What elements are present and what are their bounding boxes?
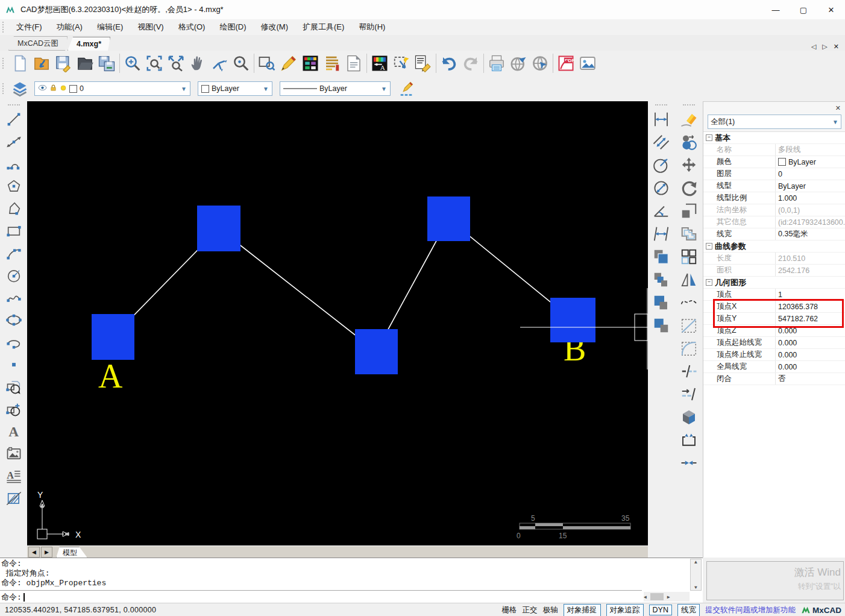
line-icon[interactable] xyxy=(4,110,24,129)
hatch-icon[interactable] xyxy=(4,489,24,508)
blue-square-2[interactable] xyxy=(197,206,240,251)
property-row-线型[interactable]: 线型ByLayer xyxy=(703,180,845,192)
property-row-顶点起始线宽[interactable]: 顶点起始线宽0.000 xyxy=(703,337,845,349)
property-section-1[interactable]: −曲线参数 xyxy=(703,240,845,253)
rectangle-icon[interactable] xyxy=(4,221,24,240)
property-row-线宽[interactable]: 线宽0.35毫米 xyxy=(703,228,845,240)
move-icon[interactable] xyxy=(679,156,699,175)
chamfer-icon[interactable] xyxy=(679,339,699,358)
property-row-顶点X[interactable]: 顶点X120365.378 xyxy=(703,301,845,313)
dim-diameter-icon[interactable] xyxy=(652,178,671,198)
property-value[interactable]: 210.510 xyxy=(776,253,845,264)
zoom-previous-icon[interactable] xyxy=(209,52,230,74)
property-value[interactable]: 否 xyxy=(776,373,845,385)
property-value[interactable]: 2542.176 xyxy=(776,265,845,276)
blue-square-3[interactable] xyxy=(355,329,398,374)
open-folder-icon[interactable] xyxy=(74,52,96,74)
menu-6[interactable]: 修改(M) xyxy=(253,20,295,34)
mirror-icon[interactable] xyxy=(679,270,699,289)
web-open-icon[interactable] xyxy=(529,52,551,74)
undo-icon[interactable] xyxy=(438,52,460,74)
property-value[interactable]: 0.35毫米 xyxy=(776,228,845,240)
property-row-颜色[interactable]: 颜色ByLayer xyxy=(703,156,845,168)
command-history[interactable]: 命令: 指定对角点:命令: objpMx_Properties xyxy=(1,559,690,589)
close-button[interactable]: ✕ xyxy=(817,1,845,19)
polygon-icon[interactable] xyxy=(4,177,24,196)
canvas-label-A[interactable]: A xyxy=(98,357,123,395)
toggle-对象捕捉[interactable]: 对象捕捉 xyxy=(564,604,601,616)
prev-layout-button[interactable]: ◀ xyxy=(28,547,40,558)
construction-line-icon[interactable] xyxy=(4,132,24,151)
property-value[interactable]: (0,0,1) xyxy=(776,204,845,216)
layer-select[interactable]: 0 ▼ xyxy=(34,81,190,96)
blue-square-1[interactable] xyxy=(92,314,134,360)
command-vscrollbar[interactable]: ▲ ▼ xyxy=(690,559,702,591)
text-style-icon[interactable] xyxy=(321,52,343,74)
toggle-栅格[interactable]: 栅格 xyxy=(502,605,517,615)
linetype-select[interactable]: ByLayer ▼ xyxy=(280,81,391,96)
raster-image-icon[interactable] xyxy=(4,444,24,464)
polyline-segment[interactable] xyxy=(219,228,376,351)
zoom-dynamic-icon[interactable] xyxy=(122,52,143,74)
explode-icon[interactable] xyxy=(679,407,699,427)
paste-block-icon[interactable] xyxy=(652,316,671,335)
arc-icon[interactable] xyxy=(4,244,24,263)
scroll-up-icon[interactable]: ▲ xyxy=(694,559,697,565)
fillet-icon[interactable] xyxy=(679,316,699,335)
create-block-icon[interactable] xyxy=(4,400,24,419)
dim-distance-icon[interactable] xyxy=(652,224,671,244)
draw-settings-button[interactable] xyxy=(395,78,417,99)
collapse-icon[interactable]: − xyxy=(706,134,712,141)
drawing-canvas[interactable]: ABYX535015 xyxy=(27,101,648,545)
dim-aligned-icon[interactable] xyxy=(652,133,671,152)
property-section-2[interactable]: −几何图形 xyxy=(703,277,845,289)
draw-order-icon[interactable] xyxy=(679,133,699,152)
close-icon[interactable]: ✕ xyxy=(835,104,841,112)
property-value[interactable]: 0 xyxy=(776,168,845,180)
copy-base-icon[interactable] xyxy=(652,270,671,289)
dim-radius-icon[interactable] xyxy=(652,156,671,175)
next-layout-button[interactable]: ▶ xyxy=(41,547,52,558)
edit-spline-icon[interactable] xyxy=(679,293,699,312)
blue-square-4[interactable] xyxy=(427,196,470,241)
spline-icon[interactable] xyxy=(4,288,24,307)
property-row-法向坐标[interactable]: 法向坐标(0,0,1) xyxy=(703,204,845,216)
dim-linear-icon[interactable] xyxy=(652,110,671,129)
property-row-其它信息[interactable]: 其它信息(id:2417932413600... xyxy=(703,216,845,228)
property-row-长度[interactable]: 长度210.510 xyxy=(703,253,845,265)
color-select[interactable]: ByLayer ▼ xyxy=(198,81,272,96)
command-hscrollbar[interactable]: ◀ ▶ xyxy=(644,592,690,602)
scroll-right-icon[interactable]: ▶ xyxy=(667,594,670,600)
menu-1[interactable]: 功能(A) xyxy=(49,20,90,34)
property-value[interactable]: 0.000 xyxy=(776,325,845,336)
property-row-顶点[interactable]: 顶点1 xyxy=(703,289,845,301)
property-row-顶点Y[interactable]: 顶点Y547182.762 xyxy=(703,313,845,325)
export-pdf-icon[interactable]: PDF xyxy=(555,52,577,74)
quick-select-icon[interactable] xyxy=(391,52,412,74)
redo-icon[interactable] xyxy=(460,52,482,74)
toggle-DYN[interactable]: DYN xyxy=(649,605,672,615)
single-text-icon[interactable]: A xyxy=(4,422,24,441)
print-icon[interactable] xyxy=(486,52,507,74)
menu-2[interactable]: 编辑(E) xyxy=(90,20,130,34)
circle-icon[interactable] xyxy=(4,266,24,285)
color-settings-icon[interactable]: A xyxy=(369,52,391,74)
zoom-center-icon[interactable] xyxy=(230,52,252,74)
property-value[interactable]: 120365.378 xyxy=(776,301,845,312)
toggle-正交[interactable]: 正交 xyxy=(523,605,538,615)
ellipse-icon[interactable] xyxy=(4,310,24,330)
break-icon[interactable] xyxy=(679,430,699,450)
web-publish-icon[interactable] xyxy=(507,52,529,74)
dim-angular-icon[interactable] xyxy=(652,201,671,221)
property-value[interactable]: 0.000 xyxy=(776,361,845,372)
zoom-window-icon[interactable] xyxy=(143,52,165,74)
property-row-线型比例[interactable]: 线型比例1.000 xyxy=(703,192,845,204)
layer-manager-button[interactable] xyxy=(9,78,31,99)
command-input[interactable]: 命令: xyxy=(0,590,642,603)
property-section-0[interactable]: −基本 xyxy=(703,132,845,144)
collapse-icon[interactable]: − xyxy=(706,279,712,286)
menu-3[interactable]: 视图(V) xyxy=(130,20,171,34)
menu-0[interactable]: 文件(F) xyxy=(9,20,49,34)
property-value[interactable]: ByLayer xyxy=(776,156,845,168)
menu-5[interactable]: 绘图(D) xyxy=(212,20,253,34)
